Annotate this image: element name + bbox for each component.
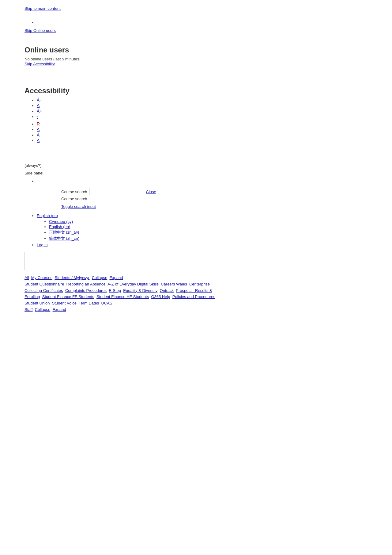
- nav-term-dates-link[interactable]: Term Dates: [79, 301, 99, 305]
- accessibility-color-list: R A A A: [24, 121, 368, 143]
- nav-expand-link2[interactable]: Expand: [53, 307, 66, 312]
- accessibility-title: Accessibility: [24, 86, 368, 95]
- skip-online-users-link[interactable]: Skip Online users: [24, 28, 56, 33]
- nav-students-link[interactable]: Students / Myfyrwyr: [55, 275, 89, 280]
- login-link[interactable]: Log in: [37, 243, 47, 247]
- accessibility-item-a2: A: [37, 127, 368, 132]
- language-zh-cn-link[interactable]: 简体中文 (zh_cn): [49, 236, 79, 241]
- online-users-status: No online users (last 5 minutes): [24, 57, 368, 61]
- language-english-sub-item: English (en): [49, 224, 368, 229]
- accessibility-item-a-plus: A+: [37, 109, 368, 113]
- course-search-label: Course search: [61, 189, 87, 194]
- image-placeholder: [24, 252, 55, 270]
- language-english-link[interactable]: English (en): [37, 213, 58, 218]
- language-sub-list: Cymraeg (cy) English (en) 正體中文 (zh_tw) 简…: [37, 219, 368, 241]
- language-english-item: English (en) Cymraeg (cy) English (en) 正…: [37, 213, 368, 241]
- nav-student-voice-link[interactable]: Student Voice: [52, 301, 77, 305]
- accessibility-link-a-minus[interactable]: A-: [37, 98, 41, 102]
- nav-expand-link1[interactable]: Expand: [109, 275, 123, 280]
- language-english-sub-link[interactable]: English (en): [49, 224, 70, 229]
- nav-reporting-absence-link[interactable]: Reporting an Absence: [66, 282, 106, 286]
- nav-student-union-link[interactable]: Student Union: [24, 301, 50, 305]
- nav-prospect-link[interactable]: Prospect - Results &: [176, 288, 212, 293]
- nav-my-courses-link[interactable]: My Courses: [31, 275, 52, 280]
- nav-collapse-link1[interactable]: Collapse: [92, 275, 107, 280]
- accessibility-link-r[interactable]: R: [37, 121, 40, 126]
- nav-estep-link[interactable]: E-Step: [109, 288, 121, 293]
- always-text: (always?): [24, 163, 368, 168]
- course-search-input[interactable]: [89, 188, 144, 195]
- nav-complaints-link[interactable]: Complaints Procedures: [65, 288, 107, 293]
- nav-staff-link[interactable]: Staff: [24, 307, 33, 312]
- nav-careers-wales-link[interactable]: Careers Wales: [161, 282, 187, 286]
- nav-links-row6: Staff Collapse Expand: [24, 307, 368, 313]
- accessibility-section: Accessibility A- A A+ - R A A A: [24, 86, 368, 143]
- language-cymraeg-item: Cymraeg (cy): [49, 219, 368, 224]
- language-nav-list: English (en) Cymraeg (cy) English (en) 正…: [24, 213, 368, 247]
- language-zh-tw-link[interactable]: 正體中文 (zh_tw): [49, 230, 79, 235]
- accessibility-list: A- A A+ -: [24, 98, 368, 119]
- accessibility-link-dash[interactable]: -: [37, 114, 38, 119]
- skip-accessibility-link[interactable]: Skip Accessibility: [24, 62, 55, 66]
- course-search-text: Course search: [61, 197, 368, 201]
- nav-links-row1: All My Courses Students / Myfyrwyr Colla…: [24, 275, 368, 281]
- accessibility-link-a4[interactable]: A: [37, 138, 40, 143]
- nav-links-row5: Student Union Student Voice Term Dates U…: [24, 300, 368, 307]
- nav-centerprise-link[interactable]: Centerprise: [189, 282, 210, 286]
- toggle-search-input-link[interactable]: Toggle search input: [61, 204, 368, 209]
- accessibility-link-a[interactable]: A: [37, 103, 40, 108]
- accessibility-link-a-plus[interactable]: A+: [37, 109, 42, 113]
- accessibility-item-dash: -: [37, 114, 368, 119]
- accessibility-item-a3: A: [37, 132, 368, 137]
- nav-collapse-link2[interactable]: Collapse: [35, 307, 51, 312]
- empty-bullet-item: [37, 20, 368, 25]
- nav-all-courses-link[interactable]: All: [24, 275, 29, 280]
- skip-to-main-link[interactable]: Skip to main content: [24, 6, 368, 11]
- nav-collecting-certificates-link[interactable]: Collecting Certificates: [24, 288, 63, 293]
- nav-ucas-link[interactable]: UCAS: [101, 301, 112, 305]
- course-search-close-link[interactable]: Close: [146, 189, 156, 194]
- side-panel-bullet-list: [24, 178, 368, 183]
- nav-ontrack-link[interactable]: Ontrack: [160, 288, 174, 293]
- accessibility-item-a: A: [37, 103, 368, 108]
- nav-equality-diversity-link[interactable]: Equality & Diversity: [123, 288, 157, 293]
- nav-links-row3: Collecting Certificates Complaints Proce…: [24, 288, 368, 294]
- nav-student-finance-fe-link[interactable]: Student Finance FE Students: [42, 294, 94, 299]
- nav-az-digital-skills-link[interactable]: A-Z of Everyday Digital Skills: [107, 282, 159, 286]
- online-users-title: Online users: [24, 46, 368, 54]
- nav-enrolling-link[interactable]: Enrolling: [24, 294, 40, 299]
- course-search-row: Course search Close: [61, 188, 368, 195]
- language-zh-cn-item: 简体中文 (zh_cn): [49, 236, 368, 241]
- side-panel-label: Side panel: [24, 171, 368, 175]
- nav-student-finance-he-link[interactable]: Student Finance HE Students: [96, 294, 149, 299]
- accessibility-item-r: R: [37, 121, 368, 126]
- language-cymraeg-link[interactable]: Cymraeg (cy): [49, 219, 73, 224]
- side-panel-empty-bullet: [37, 178, 368, 183]
- accessibility-item-a-minus: A-: [37, 98, 368, 102]
- nav-student-questionnaire-link[interactable]: Student Questionnaire: [24, 282, 64, 286]
- nav-links-block: All My Courses Students / Myfyrwyr Colla…: [24, 275, 368, 313]
- nav-links-row4: Enrolling Student Finance FE Students St…: [24, 294, 368, 300]
- nav-o365-help-link[interactable]: O365 Help: [151, 294, 170, 299]
- nav-policies-link[interactable]: Policies and Procedures: [172, 294, 215, 299]
- accessibility-link-a2[interactable]: A: [37, 127, 40, 132]
- login-item: Log in: [37, 243, 368, 247]
- online-users-section: Online users No online users (last 5 min…: [24, 46, 368, 66]
- nav-links-row2: Student Questionnaire Reporting an Absen…: [24, 281, 368, 288]
- language-zh-tw-item: 正體中文 (zh_tw): [49, 230, 368, 235]
- accessibility-link-a3[interactable]: A: [37, 132, 40, 137]
- accessibility-item-a4: A: [37, 138, 368, 143]
